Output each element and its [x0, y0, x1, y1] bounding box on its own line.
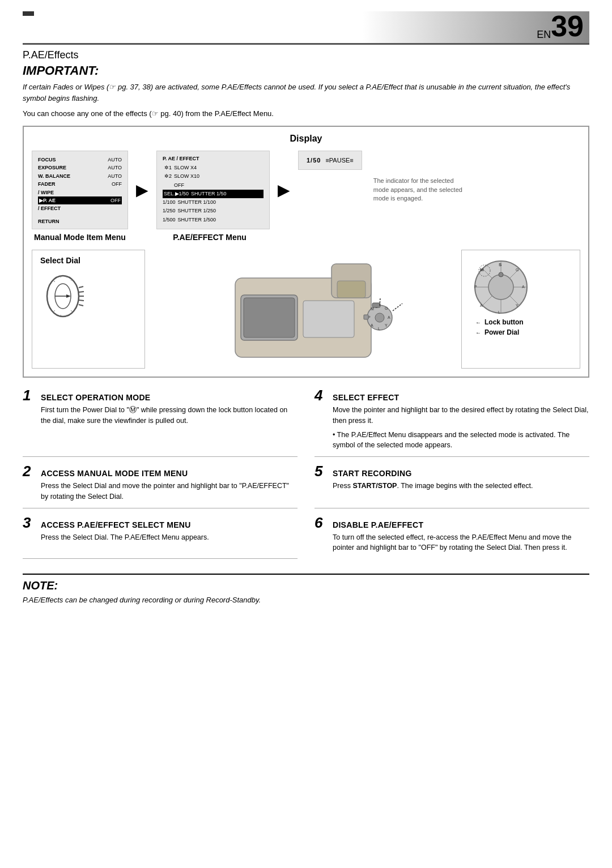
svg-text:A: A	[480, 303, 483, 307]
step-1-title: SELECT OPERATION MODE	[41, 393, 151, 402]
svg-line-6	[79, 305, 83, 306]
svg-rect-22	[303, 301, 354, 337]
svg-text:G: G	[516, 268, 518, 272]
svg-point-56	[499, 272, 503, 277]
svg-line-36	[380, 298, 380, 306]
svg-line-7	[54, 281, 55, 282]
step-6-number: 6	[314, 515, 328, 530]
menu-row-focus: FOCUS AUTO	[38, 156, 122, 164]
svg-text:M: M	[480, 267, 484, 272]
pae-row-250: 1/250 SHUTTER 1/250	[163, 207, 264, 215]
svg-line-3	[79, 292, 84, 292]
menu-row-wipe: / WIPE	[38, 189, 122, 196]
page-number-area: EN 39	[537, 11, 589, 41]
svg-text:A: A	[522, 285, 525, 289]
step-5-title: START RECORDING	[333, 469, 412, 478]
svg-text:A: A	[388, 315, 390, 319]
step-3-number: 3	[23, 515, 36, 530]
step-4-title: SELECT EFFECT	[333, 393, 399, 402]
en-label: EN	[537, 29, 551, 41]
step-2-body: Press the Select Dial and move the point…	[41, 481, 298, 502]
svg-line-5	[79, 300, 84, 301]
step-6: 6 DISABLE P.AE/EFFECT To turn off the se…	[314, 515, 589, 559]
pae-row-500: 1/500 SHUTTER 1/500	[163, 216, 264, 224]
select-dial-box: Select Dial	[32, 250, 145, 369]
steps-section: 1 SELECT OPERATION MODE First turn the P…	[23, 388, 589, 566]
svg-text:L: L	[378, 327, 380, 331]
step-4-header: 4 SELECT EFFECT	[314, 388, 589, 403]
step-3: 3 ACCESS P.AE/EFFECT SELECT MENU Press t…	[23, 515, 298, 559]
step-6-title: DISABLE P.AE/EFFECT	[333, 520, 423, 529]
menu-row-effect: / EFFECT	[38, 204, 122, 212]
pae-row-2: ✲2 SLOW X10	[163, 172, 264, 181]
select-dial-icon	[40, 271, 86, 322]
menu-row-wbalance: W. BALANCE AUTO	[38, 172, 122, 180]
step-3-header: 3 ACCESS P.AE/EFFECT SELECT MENU	[23, 515, 298, 530]
step-2-title: ACCESS MANUAL MODE ITEM MENU	[41, 469, 188, 478]
display-box-title: Display	[32, 134, 580, 144]
page-number: 39	[551, 11, 584, 41]
svg-rect-21	[337, 281, 366, 298]
svg-text:Y: Y	[385, 323, 388, 327]
svg-rect-33	[372, 303, 380, 307]
page-header: EN 39	[23, 11, 589, 45]
step-2-number: 2	[23, 464, 36, 478]
step-2-header: 2 ACCESS MANUAL MODE ITEM MENU	[23, 464, 298, 478]
step-1-body: First turn the Power Dial to "Ⓜ" while p…	[41, 405, 298, 426]
step-4: 4 SELECT EFFECT Move the pointer and hig…	[314, 388, 589, 457]
svg-rect-20	[244, 298, 295, 337]
camera-image-area: S G A Y L A P M	[145, 250, 461, 369]
svg-line-2	[79, 287, 83, 288]
pae-menu-label: P.AE/EFFECT Menu	[153, 233, 266, 242]
menu-row-exposure: EXPOSURE AUTO	[38, 164, 122, 172]
step-5-header: 5 START RECORDING	[314, 464, 589, 478]
svg-point-46	[488, 275, 513, 300]
display-box: Display FOCUS AUTO EXPOSURE AUTO W. BALA…	[23, 126, 589, 378]
result-panel-wrapper: 1/50 ≡PAUSE≡	[298, 151, 362, 170]
note-title: NOTE:	[23, 579, 589, 592]
result-description: The indicator for the selected mode appe…	[373, 177, 464, 203]
camera-illustration: S G A Y L A P M	[201, 250, 405, 369]
menu-row-pae: ▶P. AE OFF	[38, 196, 122, 204]
pae-screen: P. AE / EFFECT ✲1 SLOW X4 ✲2 SLOW X10 OF…	[156, 151, 270, 229]
svg-marker-15	[66, 294, 71, 298]
pae-panel-title: P. AE / EFFECT	[163, 156, 264, 161]
pae-row-off: OFF	[163, 181, 264, 190]
pause-symbol: ≡PAUSE≡	[325, 157, 353, 164]
panel-labels: Manual Mode Item Menu P.AE/EFFECT Menu	[32, 233, 580, 242]
power-dial-box: S G A Y L A P M ← Lock button	[461, 250, 580, 369]
menu-row-fader: FADER OFF	[38, 180, 122, 188]
svg-text:G: G	[385, 306, 388, 310]
svg-line-14	[71, 310, 72, 311]
step-1-number: 1	[23, 388, 36, 403]
step-6-body: To turn off the selected effect, re-acce…	[333, 532, 589, 554]
svg-text:Y: Y	[516, 303, 518, 307]
svg-rect-34	[364, 315, 368, 319]
svg-text:A: A	[371, 323, 373, 327]
select-dial-label: Select Dial	[40, 256, 80, 265]
step-5: 5 START RECORDING Press START/STOP. The …	[314, 464, 589, 508]
step-1: 1 SELECT OPERATION MODE First turn the P…	[23, 388, 298, 457]
result-screen: 1/50 ≡PAUSE≡	[298, 151, 362, 170]
svg-line-35	[393, 303, 402, 311]
step-4-bullet: • The P.AE/Effect Menu disappears and th…	[333, 430, 589, 451]
svg-text:S: S	[499, 262, 502, 267]
step-4-body: Move the pointer and highlight bar to th…	[333, 405, 589, 451]
display-panels: FOCUS AUTO EXPOSURE AUTO W. BALANCE AUTO…	[32, 151, 580, 229]
manual-mode-panel: FOCUS AUTO EXPOSURE AUTO W. BALANCE AUTO…	[32, 151, 128, 229]
arrow-1: ▶	[136, 181, 148, 199]
step-1-header: 1 SELECT OPERATION MODE	[23, 388, 298, 403]
pae-panel-wrapper: P. AE / EFFECT ✲1 SLOW X4 ✲2 SLOW X10 OF…	[156, 151, 270, 229]
pae-row-1: ✲1 SLOW X4	[163, 164, 264, 172]
intro-text: You can choose any one of the effects (☞…	[23, 109, 589, 118]
step-5-number: 5	[314, 464, 328, 478]
svg-text:P: P	[474, 285, 477, 289]
section-title: P.AE/Effects	[23, 49, 589, 61]
important-text: If certain Fades or Wipes (☞ pg. 37, 38)…	[23, 82, 589, 104]
menu-return: RETURN	[38, 219, 122, 224]
power-dial-label-item: ← Power Dial	[475, 328, 524, 336]
note-body: P.AE/Effects can be changed during recor…	[23, 595, 589, 606]
power-dial-icon: S G A Y L A P M	[470, 256, 532, 318]
camera-area: Select Dial	[32, 250, 580, 369]
power-dial-label: Power Dial	[484, 328, 519, 336]
